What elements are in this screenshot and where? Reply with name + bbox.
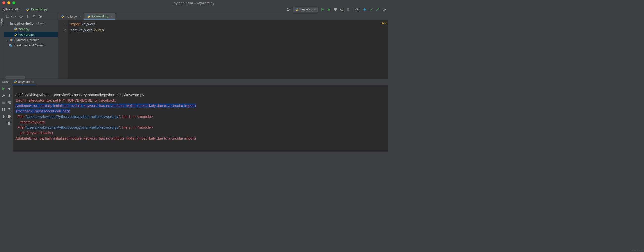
project-name: python-hello xyxy=(14,22,34,25)
console-traceback-header: Traceback (most recent call last): xyxy=(15,109,70,113)
run-configuration-selector[interactable]: keyword ▾ xyxy=(293,7,318,12)
chevron-down-icon[interactable]: ⌄ xyxy=(6,22,8,25)
console-output[interactable]: /usr/local/bin/python3 /Users/kw/kwzone/… xyxy=(13,85,388,152)
project-view-icon xyxy=(6,14,10,18)
svg-rect-17 xyxy=(383,22,383,23)
git-label: Git: xyxy=(356,7,360,11)
debug-button[interactable] xyxy=(327,7,331,11)
user-dropdown-icon[interactable] xyxy=(286,7,290,11)
svg-point-2 xyxy=(287,8,288,9)
python-file-icon xyxy=(13,32,17,36)
tab-close-icon[interactable]: × xyxy=(111,14,112,18)
minimize-window-button[interactable] xyxy=(8,1,10,4)
git-push-button[interactable] xyxy=(376,7,380,11)
git-commit-button[interactable] xyxy=(369,7,373,11)
tab-close-icon[interactable]: × xyxy=(80,14,82,18)
python-file-icon xyxy=(60,14,64,18)
run-tool-window: Run: keyword × xyxy=(0,79,388,152)
run-tab[interactable]: keyword × xyxy=(11,79,36,85)
chevron-right-icon[interactable]: › xyxy=(6,38,8,42)
git-history-button[interactable] xyxy=(382,7,386,11)
run-tab-close-icon[interactable]: × xyxy=(32,80,34,84)
project-stripe-label: Project xyxy=(0,18,4,26)
editor-content[interactable]: import keyword print(keyword.kwlist) xyxy=(68,20,388,79)
tree-project-root[interactable]: ⌄ python-hello ~/kwzo xyxy=(4,21,58,26)
settings-gear-icon[interactable] xyxy=(38,14,42,18)
run-button[interactable] xyxy=(320,7,324,11)
python-icon xyxy=(13,80,17,84)
expand-all-icon[interactable] xyxy=(26,14,30,18)
tree-external-libraries[interactable]: › External Libraries xyxy=(4,37,58,42)
collapse-all-icon[interactable] xyxy=(32,14,36,18)
code-identifier: keyword xyxy=(82,22,96,26)
svg-rect-20 xyxy=(2,108,4,111)
arrow-up-icon[interactable] xyxy=(7,87,11,91)
editor-tabbar: hello.py × keyword.py × xyxy=(58,13,388,20)
console-line: /usr/local/bin/python3 /Users/kw/kwzone/… xyxy=(15,93,144,97)
console-source-line: print(keyword.kwlist) xyxy=(15,131,53,135)
scroll-to-end-icon[interactable] xyxy=(7,108,11,112)
wrench-icon[interactable] xyxy=(2,94,6,98)
svg-rect-13 xyxy=(11,38,12,41)
console-file-suffix: ", line 1, in <module> xyxy=(118,114,153,119)
window-titlebar: python-hello – keyword.py xyxy=(0,0,388,6)
run-gutter xyxy=(0,85,13,152)
svg-rect-8 xyxy=(6,15,7,17)
tab-label: keyword.py xyxy=(92,14,108,18)
trash-icon[interactable] xyxy=(7,121,11,125)
console-file-prefix: File " xyxy=(15,114,26,119)
print-icon[interactable] xyxy=(7,114,11,118)
layout-icon[interactable] xyxy=(2,108,6,112)
svg-rect-12 xyxy=(10,38,11,41)
zoom-window-button[interactable] xyxy=(12,1,15,4)
editor-tab-keyword[interactable]: keyword.py × xyxy=(84,13,115,19)
horizontal-scrollbar[interactable] xyxy=(6,76,25,79)
breadcrumb-file[interactable]: keyword.py xyxy=(31,7,48,11)
close-window-button[interactable] xyxy=(2,1,6,4)
console-error-line: AttributeError: partially initialized mo… xyxy=(15,136,196,140)
warning-count: 2 xyxy=(385,21,386,25)
svg-point-0 xyxy=(27,8,27,8)
stop-process-button xyxy=(2,101,6,105)
code-editor[interactable]: 1 2 import keyword print(keyword.kwlist)… xyxy=(58,20,388,79)
folder-icon xyxy=(10,21,13,25)
python-file-icon xyxy=(26,7,30,11)
stop-button xyxy=(346,7,350,11)
arrow-down-icon[interactable] xyxy=(7,94,11,98)
tree-file-keyword[interactable]: keyword.py xyxy=(4,32,58,37)
breadcrumb-separator: 〉 xyxy=(21,7,24,12)
inspection-warning-indicator[interactable]: 2 xyxy=(382,21,386,25)
svg-rect-26 xyxy=(8,122,11,122)
scratch-icon xyxy=(8,43,12,47)
coverage-button[interactable] xyxy=(334,7,337,11)
console-file-link[interactable]: /Users/kw/kwzone/Python/code/python-hell… xyxy=(26,114,118,119)
locate-icon[interactable] xyxy=(19,14,23,18)
chevron-down-icon: ▾ xyxy=(15,14,16,18)
code-identifier: keyword xyxy=(79,28,92,32)
navigation-bar: python-hello 〉 keyword.py keyword ▾ xyxy=(0,6,388,13)
file-label: keyword.py xyxy=(18,33,35,36)
run-window-title: Run: xyxy=(2,80,9,84)
tab-label: hello.py xyxy=(66,14,77,18)
rerun-button[interactable] xyxy=(2,87,6,91)
chevron-down-icon: ▾ xyxy=(314,7,316,11)
sidebar-header: P.. ▾ xyxy=(4,13,58,20)
sidebar-view-label[interactable]: P.. xyxy=(10,14,14,18)
editor-tab-hello[interactable]: hello.py × xyxy=(58,13,84,19)
project-tree[interactable]: ⌄ python-hello ~/kwzo hello.py keyword.p… xyxy=(4,20,58,49)
svg-rect-14 xyxy=(12,38,12,41)
breadcrumb-project[interactable]: python-hello xyxy=(2,7,20,11)
project-toolwindow-stripe[interactable]: Project xyxy=(0,13,4,79)
code-keyword: import xyxy=(70,22,81,26)
svg-rect-19 xyxy=(2,101,5,104)
git-update-button[interactable] xyxy=(363,7,367,11)
profile-button[interactable] xyxy=(340,7,344,11)
svg-rect-5 xyxy=(347,8,350,11)
pin-icon[interactable] xyxy=(2,114,6,118)
soft-wrap-icon[interactable] xyxy=(7,101,11,105)
breadcrumb[interactable]: python-hello 〉 keyword.py xyxy=(2,7,48,12)
console-file-link[interactable]: /Users/kw/kwzone/Python/code/python-hell… xyxy=(26,125,118,129)
window-title: python-hello – keyword.py xyxy=(174,1,214,5)
tree-file-hello[interactable]: hello.py xyxy=(4,26,58,32)
tree-scratches[interactable]: Scratches and Conso xyxy=(4,42,58,48)
